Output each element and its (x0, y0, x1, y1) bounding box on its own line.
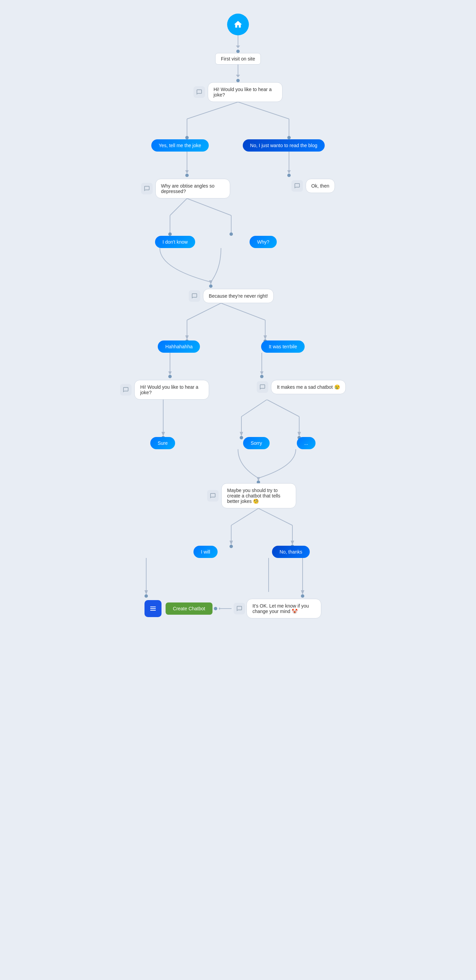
sad-chatbot-msg-icon (257, 381, 268, 393)
branch-2 (136, 199, 340, 239)
svg-marker-32 (260, 371, 264, 375)
branch-1-svg (136, 102, 340, 143)
dot-1 (236, 49, 240, 53)
choice-row-2: I don't know Why? (87, 236, 345, 248)
obtise-message: Why are obtise angles so depressed? (155, 179, 230, 199)
svg-point-19 (209, 285, 212, 288)
start-node (227, 14, 249, 35)
hi-joke2-message: Hi! Would you like to hear a joke? (134, 380, 209, 399)
obtise-msg-row: Why are obtise angles so depressed? (141, 179, 230, 199)
svg-marker-35 (161, 432, 165, 436)
because-msg-icon (189, 290, 200, 302)
dot-2 (236, 79, 240, 82)
sure-btn[interactable]: Sure (150, 437, 176, 449)
svg-line-20 (187, 303, 221, 320)
svg-point-11 (287, 173, 291, 177)
svg-line-51 (259, 508, 292, 525)
svg-marker-49 (230, 541, 233, 545)
choice-row-3: Sure Sorry ... (104, 437, 362, 449)
sad-chatbot-msg-row: It makes me a sad chatbot 😢 (257, 380, 345, 394)
connector-after-choice1 (136, 151, 340, 179)
branch-4 (133, 399, 343, 441)
maybe-msg-row: Maybe you should try to create a chatbot… (207, 483, 296, 508)
branch-5 (133, 508, 343, 549)
choice-row-1: Yes, tell me the joke No, I just wanto t… (109, 139, 367, 151)
svg-marker-43 (297, 432, 301, 436)
no-read-btn[interactable]: No, I just wanto to read the blog (243, 139, 325, 151)
because-msg-row: Because they're never right! (189, 289, 274, 303)
svg-line-3 (238, 102, 289, 119)
chatbot-icon-btn[interactable] (144, 600, 161, 617)
svg-marker-29 (168, 371, 172, 375)
sorry-btn[interactable]: Sorry (243, 437, 269, 449)
it-was-terrible-btn[interactable]: It was terrbile (261, 340, 304, 353)
connector-1 (238, 35, 238, 46)
okthen-msg-icon (291, 180, 303, 192)
svg-line-15 (187, 199, 231, 215)
svg-marker-39 (240, 432, 243, 436)
yes-tell-btn[interactable]: Yes, tell me the joke (151, 139, 209, 151)
svg-point-8 (185, 173, 189, 177)
svg-marker-26 (264, 336, 267, 340)
reaction-row: Hahhahahha It was terrbile (102, 340, 360, 353)
because-message: Because they're never right! (203, 289, 274, 303)
hahhahahha-btn[interactable]: Hahhahahha (158, 340, 200, 353)
hi-joke2-msg-row: Hi! Would you like to hear a joke? (120, 380, 209, 399)
first-visit-label: First visit on site (215, 53, 261, 65)
svg-point-46 (257, 480, 260, 483)
i-will-btn[interactable]: I will (193, 546, 217, 558)
joke-message-row: Hi! Would you like to hear a joke? (193, 82, 283, 102)
choice-row-4: I will No, thanks (122, 546, 381, 558)
converge-1 (136, 248, 340, 289)
no-thanks-btn[interactable]: No, thanks (272, 546, 310, 558)
branch-2-svg (136, 199, 340, 239)
arrow-1 (236, 46, 240, 48)
level-2-messages: Why are obtise angles so depressed? Ok, … (109, 179, 367, 199)
connector-2 (238, 65, 238, 75)
converge-2-svg (133, 449, 343, 483)
svg-marker-53 (291, 541, 294, 545)
svg-line-37 (241, 399, 267, 417)
connector-after-reaction-svg (136, 353, 340, 380)
create-chatbot-area: Create Chatbot It's OK. Let me know if y… (144, 599, 322, 619)
svg-line-24 (221, 303, 265, 320)
arrow-left (219, 606, 232, 611)
svg-point-33 (260, 375, 264, 378)
svg-point-30 (168, 375, 172, 378)
svg-marker-22 (185, 336, 189, 340)
svg-point-61 (301, 594, 304, 598)
sad-chatbot-message: It makes me a sad chatbot 😢 (271, 380, 345, 394)
svg-line-47 (231, 508, 259, 525)
svg-point-17 (230, 232, 233, 236)
joke-message-icon (193, 86, 205, 98)
why-btn[interactable]: Why? (249, 236, 277, 248)
its-ok-message: It's OK. Let me know if you change your … (246, 599, 321, 619)
dot-create (214, 607, 217, 610)
svg-line-41 (267, 399, 299, 417)
arrow-2 (236, 75, 240, 78)
svg-point-2 (185, 136, 189, 139)
obtise-msg-icon (141, 183, 153, 194)
svg-point-14 (168, 232, 172, 236)
joke-message: Hi! Would you like to hear a joke? (208, 82, 283, 102)
converge-1-svg (136, 248, 340, 289)
branch-3-svg (136, 303, 340, 344)
okthen-msg-row: Ok, then (291, 179, 335, 193)
final-converge-svg (116, 558, 360, 599)
svg-marker-10 (287, 170, 291, 173)
create-chatbot-btn[interactable]: Create Chatbot (166, 603, 213, 615)
maybe-msg-icon (207, 490, 219, 501)
i-dont-know-btn[interactable]: I don't know (155, 236, 195, 248)
maybe-message: Maybe you should try to create a chatbot… (221, 483, 296, 508)
its-ok-msg-icon (233, 603, 245, 614)
svg-line-12 (170, 199, 187, 215)
connector-to-create: Create Chatbot It's OK. Let me know if y… (166, 599, 322, 619)
bottom-row: Create Chatbot It's OK. Let me know if y… (104, 599, 362, 619)
branch-1 (136, 102, 340, 143)
svg-point-5 (287, 136, 291, 139)
connector-after-reaction (136, 353, 340, 380)
converge-2 (133, 449, 343, 483)
okthen-message: Ok, then (306, 179, 335, 193)
ellipsis-btn[interactable]: ... (297, 437, 316, 449)
branch-3 (136, 303, 340, 344)
